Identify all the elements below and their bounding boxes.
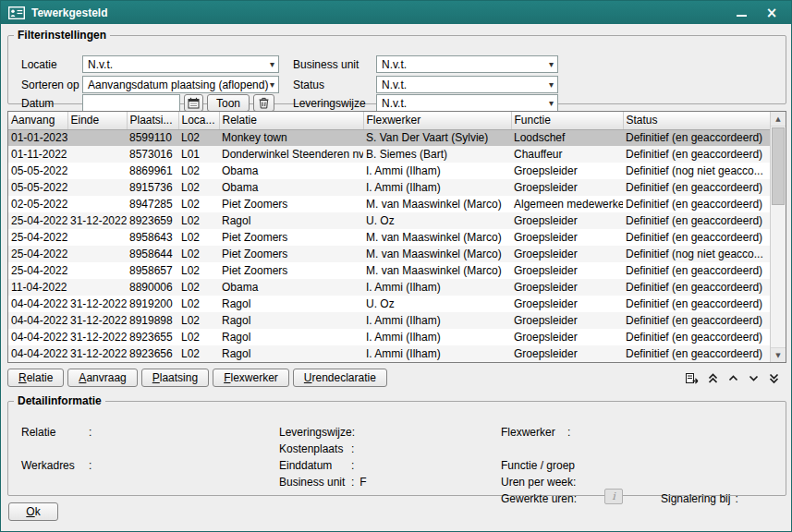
business-unit-select[interactable]: N.v.t. ▾ [376, 55, 558, 73]
cell-status: Definitief (en geaccordeerd) [623, 196, 770, 212]
column-header-flexwerker[interactable]: Flexwerker [363, 112, 511, 129]
scroll-down-icon[interactable] [748, 372, 760, 384]
relatie-button[interactable]: Relatie [7, 369, 64, 387]
cell-einde [67, 163, 127, 179]
cell-locatie: L02 [178, 212, 219, 229]
column-header-aanvang[interactable]: Aanvang [8, 112, 67, 129]
table-row[interactable]: 04-04-202231-12-20228919898L02RagolI. Am… [8, 312, 770, 329]
cell-locatie: L02 [178, 129, 219, 146]
minimize-icon [737, 15, 747, 17]
gewerkte-uren-info-button[interactable]: i [604, 489, 623, 504]
cell-functie: Groepsleider [511, 296, 623, 312]
scroll-up-icon[interactable] [727, 372, 739, 384]
close-button[interactable]: × [760, 4, 784, 22]
minimize-button[interactable] [729, 4, 753, 22]
cell-locatie: L01 [178, 146, 219, 163]
open-record-icon[interactable] [685, 371, 699, 384]
vertical-scrollbar[interactable]: ▲ ▼ [770, 112, 786, 362]
chevron-down-icon: ▾ [270, 59, 274, 70]
cell-relatie: Ragol [219, 329, 363, 345]
status-select[interactable]: N.v.t. ▾ [376, 76, 558, 93]
table-row[interactable]: 25-04-202231-12-20228923659L02RagolU. Oz… [8, 212, 770, 229]
detail-relatie: Relatie : [21, 426, 91, 439]
aanvraag-button[interactable]: Aanvraag [67, 369, 137, 387]
table-row[interactable]: 25-04-20228958644L02Piet ZoomersM. van M… [8, 246, 770, 262]
cell-aanvang: 25-04-2022 [8, 212, 67, 229]
cell-locatie: L02 [178, 296, 219, 312]
table-row[interactable]: 11-04-20228890006L02ObamaI. Ammi (Ilham)… [8, 279, 770, 296]
datum-input[interactable] [82, 94, 180, 112]
cell-aanvang: 05-05-2022 [8, 179, 67, 196]
plaatsing-button[interactable]: Plaatsing [141, 369, 209, 387]
table-row[interactable]: 04-04-202231-12-20228923656L02RagolI. Am… [8, 345, 770, 362]
column-header-status[interactable]: Status [623, 112, 770, 129]
scrollbar-down-arrow[interactable]: ▼ [771, 347, 786, 362]
table-row[interactable]: 01-11-20228573016L01Donderwinkel Steende… [8, 146, 770, 163]
datum-calendar-button[interactable] [184, 94, 203, 112]
cell-flexwerker: M. van Maaswinkel (Marco) [363, 262, 511, 279]
table-row[interactable]: 25-04-20228958643L02Piet ZoomersM. van M… [8, 229, 770, 246]
cell-flexwerker: I. Ammi (Ilham) [363, 312, 511, 329]
flexwerker-button[interactable]: Flexwerker [213, 369, 289, 387]
leveringswijze-select[interactable]: N.v.t. ▾ [376, 94, 558, 112]
cell-status: Definitief (en geaccordeerd) [623, 146, 770, 163]
cell-status: Definitief (en geaccordeerd) [623, 179, 770, 196]
colon-separator: : [352, 426, 355, 439]
cell-einde [67, 262, 127, 279]
chevron-down-icon: ▾ [549, 79, 554, 91]
cell-plaatsingsnummer: 8869961 [127, 163, 178, 179]
cell-status: Definitief (en geaccordeerd) [623, 212, 770, 229]
table-row[interactable]: 25-04-20228958657L02Piet ZoomersM. van M… [8, 262, 770, 279]
table-row[interactable]: 05-05-20228915736L02ObamaI. Ammi (Ilham)… [8, 179, 770, 196]
colon-separator: : [573, 476, 576, 489]
column-header-functie[interactable]: Functie [511, 112, 623, 129]
cell-flexwerker: I. Ammi (Ilham) [363, 179, 511, 196]
cell-status: Definitief (en geaccordeerd) [623, 296, 770, 312]
cell-locatie: L02 [178, 329, 219, 345]
toon-button[interactable]: Toon [207, 94, 250, 112]
calendar-icon [188, 97, 200, 109]
cell-functie: Groepsleider [511, 262, 623, 279]
column-header-relatie[interactable]: Relatie [219, 112, 363, 129]
tewerkgesteld-window: Tewerkgesteld × Filterinstellingen Locat… [0, 0, 792, 532]
scrollbar-thumb[interactable] [772, 127, 785, 205]
sorteren-op-select[interactable]: Aanvangsdatum plaatsing (aflopend) ▾ [82, 76, 279, 93]
cell-flexwerker: I. Ammi (Ilham) [363, 279, 511, 296]
table-row[interactable]: 02-05-20228947285L02Piet ZoomersM. van M… [8, 196, 770, 212]
cell-locatie: L02 [178, 312, 219, 329]
scroll-to-bottom-icon[interactable] [768, 372, 780, 384]
chevron-down-icon: ▾ [549, 98, 554, 109]
cell-relatie: Ragol [219, 212, 363, 229]
scrollbar-up-arrow[interactable]: ▲ [771, 112, 786, 127]
cell-locatie: L02 [178, 246, 219, 262]
cell-locatie: L02 [178, 163, 219, 179]
column-header-locatie[interactable]: Loca... [178, 112, 219, 129]
table-row[interactable]: 01-01-20238599110L02Monkey townS. Van De… [8, 129, 770, 146]
table-row[interactable]: 04-04-202231-12-20228919200L02RagolU. Oz… [8, 296, 770, 312]
cell-locatie: L02 [178, 262, 219, 279]
locatie-select[interactable]: N.v.t. ▾ [82, 55, 279, 73]
urendeclaratie-button[interactable]: Urendeclaratie [293, 369, 387, 387]
cell-locatie: L02 [178, 196, 219, 212]
ok-button[interactable]: Ok [8, 502, 58, 521]
colon-separator: : [89, 459, 91, 472]
chevron-down-icon: ▾ [549, 59, 554, 70]
cell-functie: Groepsleider [511, 179, 623, 196]
cell-functie: Algemeen medewerker [511, 196, 623, 212]
colon-separator: : [735, 492, 737, 505]
cell-aanvang: 01-11-2022 [8, 146, 67, 163]
app-icon [8, 6, 25, 19]
delete-filter-button[interactable] [253, 94, 274, 112]
cell-aanvang: 11-04-2022 [8, 279, 67, 296]
colon-separator: : [351, 476, 354, 489]
cell-aanvang: 04-04-2022 [8, 345, 67, 362]
colon-separator: : [89, 426, 91, 439]
table-row[interactable]: 05-05-20228869961L02ObamaI. Ammi (Ilham)… [8, 163, 770, 179]
cell-functie: Loodschef [511, 129, 623, 146]
column-header-einde[interactable]: Einde [67, 112, 127, 129]
table-row[interactable]: 04-04-202231-12-20228923655L02RagolI. Am… [8, 329, 770, 345]
cell-relatie: Ragol [219, 296, 363, 312]
column-header-plaatsingsnummer[interactable]: Plaatsi... [127, 112, 178, 129]
cell-relatie: Donderwinkel Steenderen nv [219, 146, 363, 163]
scroll-to-top-icon[interactable] [707, 372, 719, 384]
